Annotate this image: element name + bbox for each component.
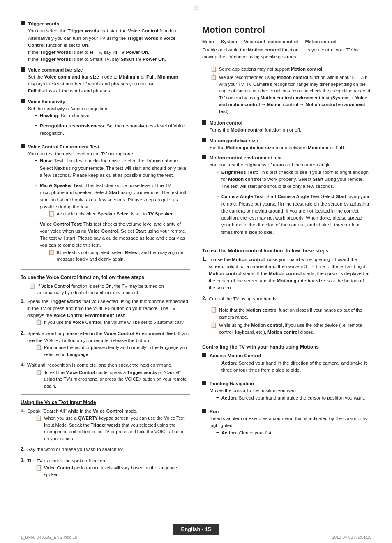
- trigger-words-sub1: If the Trigger words is set to Hi TV, sa…: [28, 50, 149, 55]
- motion-note-4: 📋 While using the Motion control, if you…: [210, 322, 371, 335]
- noise-test-text: Noise Test: This test checks the noise l…: [40, 157, 190, 179]
- trigger-words-item: Trigger words You can select the Trigger…: [21, 21, 190, 63]
- mic-speaker-text: Mic & Speaker Test: This test checks the…: [40, 183, 186, 209]
- noise-test-item: – Noise Test: This test checks the noise…: [35, 157, 190, 180]
- voice-control-test-text: Voice Control Test: This test checks the…: [40, 222, 187, 248]
- voice-step-3-note: 📋 To exit the Voice Control mode, speak …: [35, 369, 190, 390]
- access-motion-item: Access Motion Control – Action: Spread y…: [202, 352, 371, 377]
- trigger-words-content: Trigger words You can select the Trigger…: [28, 21, 190, 63]
- motion-control-content: Motion control Turns the Motion control …: [210, 120, 371, 134]
- voice-control-test-note-text: If the test is not completed, select Ret…: [57, 249, 190, 263]
- trigger-words-body: You can select the Trigger words that st…: [28, 28, 178, 48]
- right-column: Motion control Menu → System → Voice and…: [202, 21, 371, 482]
- voice-command-bar-full: Full displays all the words and phrases.: [28, 88, 111, 93]
- footer-label: English - 15: [173, 524, 219, 535]
- brightness-test-text: Brightness Test: This test checks to see…: [221, 169, 371, 190]
- voice-step-3-note-text: To exit the Voice Control mode, speak a …: [44, 369, 190, 390]
- voice-step-2-note-text: Pronounce the word or phrase clearly and…: [44, 344, 190, 358]
- voice-step-3: 3. Wait until recognition is complete, a…: [21, 362, 190, 391]
- bullet-square: [202, 409, 206, 413]
- voice-sensitivity-item: Voice Sensitivity Set the sensitivity of…: [21, 98, 190, 140]
- motion-note-2-text: We are recommended using Motion control …: [219, 74, 371, 115]
- motion-note-1: 📋 Some applications may not support Moti…: [210, 66, 371, 73]
- access-action-text: Action: Spread your hand in the directio…: [221, 360, 371, 374]
- voice-step-1: 1. Speak the Trigger words that you sele…: [21, 298, 190, 328]
- motion-step-2-text: Control the TV using your hands.: [209, 296, 278, 303]
- bullet-square: [202, 381, 206, 385]
- access-motion-title: Access Motion Control: [210, 353, 261, 358]
- voice-step-2-note: 📋 Pronounce the word or phrase clearly a…: [35, 344, 190, 358]
- voice-control-steps-section: To use the Voice Control function, follo…: [21, 275, 190, 391]
- voice-command-bar-title: Voice command bar size: [28, 67, 83, 72]
- divider-3: [202, 243, 371, 243]
- pointing-nav-content: Pointing Navigation Moves the cursor to …: [210, 380, 371, 405]
- voice-step-2: 2. Speak a word or phrase listed in the …: [21, 330, 190, 360]
- motion-step-2: 2. Control the TV using your hands.: [202, 296, 371, 304]
- motion-note-1-text: Some applications may not support Motion…: [219, 66, 323, 73]
- footer-meta-left: 1_BN68-04061G_ENG.indd 15: [21, 535, 77, 540]
- pointing-nav-body: Moves the cursor to the position you wan…: [210, 388, 298, 393]
- camera-angle-item: – Camera Angle Test: Start Camera Angle …: [216, 193, 371, 238]
- footer: English - 15: [0, 524, 392, 535]
- trigger-words-title: Trigger words: [28, 21, 59, 26]
- motion-note-3: 📋 Note that the Motion control function …: [210, 307, 371, 320]
- howling-item: – Howling: Set echo level.: [35, 112, 190, 121]
- run-action-text: Action: Clench your fist.: [221, 430, 273, 437]
- run-content: Run Selects an item or executes a comman…: [210, 408, 371, 440]
- voice-control-note-intro: 📋 If Voice Control function is set to On…: [29, 283, 190, 296]
- motion-env-test-body: You can test the brightness of room and …: [210, 162, 332, 167]
- motion-steps-section: To use the Motion control function, foll…: [202, 248, 371, 336]
- bullet-square: [21, 99, 25, 103]
- motion-step-1-text: To use the Motion control, raise your ha…: [209, 256, 371, 291]
- howling-text: Howling: Set echo level.: [40, 112, 92, 119]
- motion-guide-bar-body: Set the Motion guide bar size mode betwe…: [210, 145, 345, 150]
- run-title: Run: [210, 409, 219, 414]
- motion-step-1: 1. To use the Motion control, raise your…: [202, 256, 371, 293]
- voice-sensitivity-content: Voice Sensitivity Set the sensitivity of…: [28, 98, 190, 140]
- bullet-square: [202, 138, 206, 142]
- page-container: ⊕ Trigger words You can select the Trigg…: [21, 12, 371, 482]
- voice-text-step-2: 2. Say the word or phrase you wish to se…: [21, 446, 190, 455]
- voice-text-input-section: Using the Voice Text Input Mode 1. Speak…: [21, 400, 190, 480]
- motion-guide-bar-item: Motion guide bar size Set the Motion gui…: [202, 137, 371, 152]
- recognition-text: Recognition responsiveness: Set the resp…: [40, 122, 190, 137]
- bullet-square: [21, 144, 25, 148]
- voice-text-step-3-note-text: Voice Control performance levels will va…: [44, 464, 190, 478]
- controlling-title: Controlling the TV with your hands using…: [202, 344, 371, 350]
- voice-text-step-3-text: The TV executes the spoken function.: [27, 458, 106, 463]
- bullet-square: [202, 155, 206, 159]
- footer-meta-right: 2012-04-02 ⎙ 5:01:15: [332, 535, 371, 540]
- mic-speaker-item: – Mic & Speaker Test: This test checks t…: [35, 182, 190, 219]
- bullet-square: [21, 67, 25, 72]
- voice-text-step-3-note: 📋 Voice Control performance levels will …: [35, 464, 190, 478]
- mic-speaker-note: 📋 Available only when Speaker Select is …: [48, 210, 190, 217]
- bullet-square: [202, 353, 206, 357]
- camera-angle-text: Camera Angle Test: Start Camera Angle Te…: [221, 193, 371, 236]
- voice-text-step-2-text: Say the word or phrase you wish to searc…: [27, 446, 125, 453]
- run-body: Selects an item or executes a command th…: [210, 416, 367, 428]
- mic-speaker-note-text: Available only when Speaker Select is se…: [57, 210, 174, 217]
- motion-note-2: 📋 We are recommended using Motion contro…: [210, 74, 371, 115]
- voice-command-bar-item: Voice command bar size Set the Voice com…: [21, 67, 190, 95]
- motion-env-test-item: Motion control environment test You can …: [202, 155, 371, 239]
- motion-control-body: Turns the Motion control function on or …: [210, 127, 301, 132]
- motion-control-bullet-title: Motion control: [210, 120, 242, 125]
- menu-path: Menu → System → Voice and motion control…: [202, 39, 371, 44]
- voice-control-env-title: Voice Control Environment Test: [28, 144, 99, 149]
- voice-control-env-body: You can test the noise level on the TV m…: [28, 151, 134, 156]
- motion-control-title: Motion control: [202, 25, 371, 37]
- bullet-square: [202, 120, 206, 125]
- voice-control-steps-title: To use the Voice Control function, follo…: [21, 275, 190, 280]
- trigger-words-sub2: If the Trigger words is set to Smart TV,…: [28, 57, 166, 62]
- controlling-section: Controlling the TV with your hands using…: [202, 344, 371, 440]
- voice-step-3-text: Wait until recognition is complete, and …: [27, 363, 173, 367]
- motion-note-4-text: While using the Motion control, if you u…: [219, 322, 371, 335]
- voice-control-env-item: Voice Control Environment Test You can t…: [21, 143, 190, 266]
- voice-step-1-note-text: If you use the Voice Control, the volume…: [44, 319, 184, 326]
- left-column: Trigger words You can select the Trigger…: [21, 21, 190, 482]
- voice-command-bar-body: Set the Voice command bar size mode to M…: [28, 74, 178, 86]
- access-motion-content: Access Motion Control – Action: Spread y…: [210, 352, 371, 377]
- pointing-nav-title: Pointing Navigation: [210, 381, 254, 386]
- motion-steps-title: To use the Motion control function, foll…: [202, 248, 371, 254]
- bullet-square: [21, 21, 25, 25]
